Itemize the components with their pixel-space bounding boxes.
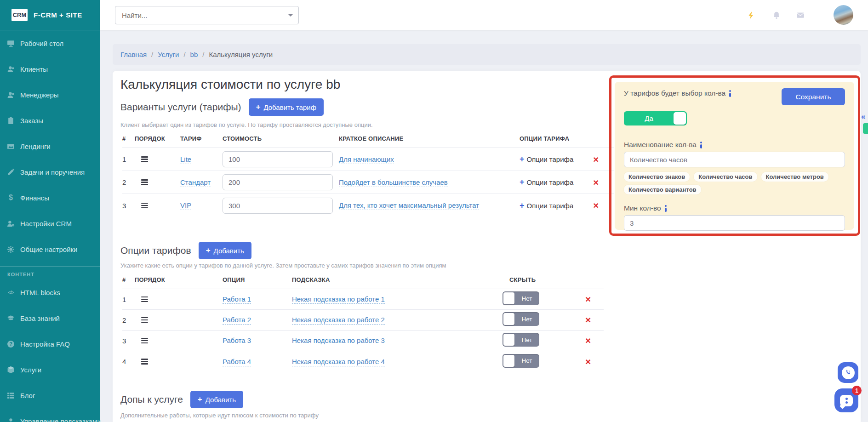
hide-cell: Нет [503,291,585,307]
delete-row-button[interactable]: × [585,294,591,304]
option-tooltip-link[interactable]: Некая подсказка по работе 1 [292,295,385,304]
tariff-cell: Стандарт [180,178,223,187]
drag-handle-icon[interactable] [141,203,148,209]
hide-toggle[interactable]: Нет [503,333,539,347]
lightning-icon[interactable] [747,11,755,19]
sidebar-item-label: Настройка FAQ [20,340,70,348]
box-icon [6,366,15,374]
delete-row-button[interactable]: × [585,314,591,325]
option-row: 1 Работа 1 Некая подсказка по работе 1 [122,289,604,310]
tariff-description-link[interactable]: Подойдет в большинстве случаев [339,178,448,187]
add-option-button[interactable]: + Добавить [199,242,251,259]
row-number: 4 [122,358,135,365]
info-icon[interactable] [729,90,731,97]
delete-row-button[interactable]: × [585,356,591,367]
delete-row-button[interactable]: × [593,154,599,165]
toggle-label: Нет [514,354,539,368]
gear-icon [6,245,15,253]
sidebar-item-faq[interactable]: ? Настройка FAQ [0,331,100,357]
breadcrumb-link-service[interactable]: bb [190,51,198,58]
collapse-panel-icon[interactable]: « [861,112,865,121]
suggestion-chip[interactable]: Количество метров [761,172,828,182]
options-section-header: Опции тарифов + Добавить [120,242,251,259]
delete-cell: × [585,357,604,367]
suggestion-chip[interactable]: Количество знаков [624,172,690,182]
hide-toggle[interactable]: Нет [503,291,539,305]
global-search [115,6,299,24]
tariff-options-link[interactable]: + Опции тарифа [520,201,573,211]
quantity-name-suggestions: Количество знаков Количество часов Колич… [624,172,845,194]
suggestion-chip[interactable]: Количество часов [694,172,757,182]
sidebar-item-services[interactable]: Услуги [0,357,100,382]
column-header [585,280,604,285]
quantity-enabled-toggle[interactable]: Да [624,111,687,125]
envelope-icon[interactable] [796,11,805,19]
option-name-link[interactable]: Работа 4 [223,358,251,366]
option-tooltip-link[interactable]: Некая подсказка по работе 4 [292,358,385,366]
add-extra-button[interactable]: + Добавить [190,391,243,408]
sidebar-item-blog[interactable]: Блог [0,382,100,408]
sidebar-item-orders[interactable]: Заказы [0,108,100,133]
avatar[interactable] [834,5,853,25]
row-number: 2 [122,316,135,324]
delete-row-button[interactable]: × [585,335,591,346]
sidebar-item-tasks[interactable]: Задачи и поручения [0,159,100,185]
option-name-link[interactable]: Работа 2 [223,316,251,325]
brand[interactable]: CRM F-CRM + SITE [0,0,100,30]
sidebar-item-landings[interactable]: Лендинги [0,133,100,159]
bell-icon[interactable] [772,11,781,19]
drag-handle-icon[interactable] [141,359,148,365]
chevron-down-icon[interactable] [288,14,293,17]
drag-handle-icon[interactable] [141,317,148,323]
add-tariff-button[interactable]: + Добавить тариф [249,98,324,116]
quantity-name-input[interactable] [624,152,845,167]
drag-handle-icon[interactable] [141,297,148,302]
suggestion-chip[interactable]: Количество вариантов [624,185,701,194]
tariff-description-link[interactable]: Для начинающих [339,155,394,164]
sidebar-item-general-settings[interactable]: Общие настройки [0,236,100,262]
quantity-min-input[interactable] [624,215,845,231]
sidebar-item-clients[interactable]: Клиенты [0,56,100,82]
save-button[interactable]: Сохранить [782,88,845,105]
hide-toggle[interactable]: Нет [503,312,539,326]
option-name-link[interactable]: Работа 3 [223,336,251,345]
tariff-name-link[interactable]: Стандарт [180,178,211,187]
viber-button[interactable] [838,362,858,383]
tariff-name-link[interactable]: Lite [180,155,191,164]
breadcrumb-link-home[interactable]: Главная [120,51,147,58]
order-cell [135,359,223,365]
delete-row-button[interactable]: × [593,177,599,188]
sidebar-item-finance[interactable]: $ Финансы [0,185,100,211]
option-name-link[interactable]: Работа 1 [223,295,251,304]
sidebar-item-tooltips[interactable]: Управление подсказками [0,408,100,422]
drag-handle-icon[interactable] [141,156,148,162]
hide-cell: Нет [503,354,585,370]
drag-handle-icon[interactable] [141,338,148,344]
row-number: 1 [122,155,135,163]
tariff-name-link[interactable]: VIP [180,201,191,210]
hide-toggle[interactable]: Нет [503,354,539,368]
sidebar-item-html-blocks[interactable]: </> HTML blocks [0,279,100,305]
option-tooltip-link[interactable]: Некая подсказка по работе 2 [292,316,385,325]
sidebar-item-knowledge-base[interactable]: База знаний [0,305,100,331]
price-input[interactable] [223,198,333,214]
edge-green-widget[interactable] [863,123,868,134]
info-icon[interactable] [664,205,667,212]
tariff-description-link[interactable]: Для тех, кто хочет максимальный результа… [339,201,479,210]
price-input[interactable] [223,174,333,190]
clipboard-icon [6,117,15,125]
option-row: 4 Работа 4 Некая подсказка по работе 4 [122,351,604,372]
delete-row-button[interactable]: × [593,200,599,211]
sidebar-item-desktop[interactable]: Рабочий стол [0,30,100,56]
search-input[interactable] [115,6,299,24]
option-tooltip-link[interactable]: Некая подсказка по работе 3 [292,336,385,345]
price-input[interactable] [223,151,333,167]
drag-handle-icon[interactable] [141,179,148,185]
tariff-options-link[interactable]: + Опции тарифа [520,154,573,164]
info-icon[interactable] [700,142,702,148]
tooltip-cell: Некая подсказка по работе 3 [292,336,503,345]
tariff-options-link[interactable]: + Опции тарифа [520,177,573,187]
breadcrumb-link-services[interactable]: Услуги [158,51,179,58]
sidebar-item-crm-settings[interactable]: Настройки CRM [0,211,100,236]
sidebar-item-managers[interactable]: Менеджеры [0,82,100,108]
